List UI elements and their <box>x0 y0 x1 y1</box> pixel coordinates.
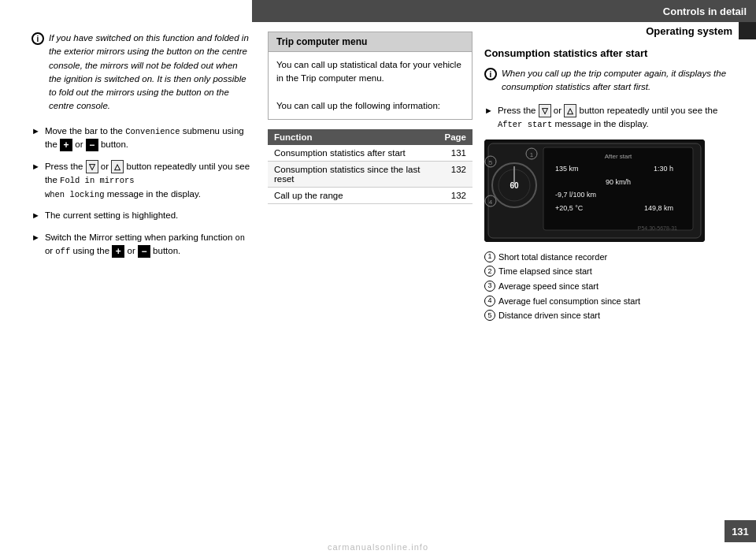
table-col-page: Page <box>439 129 473 145</box>
svg-text:60: 60 <box>510 181 519 190</box>
bullet-text-2: Press the ▽ or △ button repeatedly until… <box>45 160 252 202</box>
list-item: 1Short total distance recorder <box>484 250 736 265</box>
table-cell-page: 131 <box>439 145 473 162</box>
table-cell-function: Consumption statistics after start <box>268 145 439 162</box>
info-box-text: If you have switched on this function an… <box>49 32 252 113</box>
right-info-box: i When you call up the trip computer aga… <box>484 67 736 95</box>
trip-menu-header: Trip computer menu <box>269 32 472 52</box>
watermark: carmanualsonline.info <box>328 542 428 552</box>
up-button-icon: △ <box>111 160 124 173</box>
trip-desc-2: You can call up the following informatio… <box>276 99 464 113</box>
right-info-text: When you call up the trip computer again… <box>502 67 736 95</box>
minus-button-icon: − <box>86 139 98 151</box>
info-box-mirrors: i If you have switched on this function … <box>32 32 252 113</box>
num-circle: 2 <box>484 266 495 277</box>
table-cell-page: 132 <box>439 188 473 204</box>
list-item-text: Average speed since start <box>498 279 598 294</box>
dashboard-display-image: 60 1 2 3 4 5 After start 135 km <box>484 140 705 242</box>
list-item: 4Average fuel consumption since start <box>484 294 736 309</box>
trip-desc-1: You can call up statistical data for you… <box>276 58 464 86</box>
svg-text:149,8 km: 149,8 km <box>644 204 673 212</box>
bullet-move-bar: ► Move the bar to the Convenience sub­me… <box>32 125 252 152</box>
list-item-text: Average fuel consumption since start <box>498 294 640 309</box>
plus-button-icon: + <box>60 139 72 151</box>
num-circle: 5 <box>484 310 495 321</box>
svg-text:5: 5 <box>489 159 493 166</box>
bullet-current-setting: ► The current setting is highlighted. <box>32 209 252 222</box>
btn-icon-left: ▽ <box>539 104 551 117</box>
minus-button-icon-2: − <box>138 245 150 258</box>
list-item-text: Time elapsed since start <box>498 264 592 279</box>
svg-text:1:30 h: 1:30 h <box>654 165 673 173</box>
left-column: i If you have switched on this function … <box>32 32 252 266</box>
list-item-text: Distance driven since start <box>498 308 600 323</box>
bullet-press-afstart: ► Press the ▽ or △ button repeatedly unt… <box>484 104 736 132</box>
right-info-icon: i <box>484 68 497 80</box>
right-column: Consumption statistics after start i Whe… <box>484 47 736 323</box>
list-item-text: Short total distance recorder <box>498 250 607 265</box>
table-cell-function: Call up the range <box>268 188 439 204</box>
section-label-bar <box>739 22 756 39</box>
bullet-text-1: Move the bar to the Convenience sub­menu… <box>45 125 252 152</box>
num-circle: 3 <box>484 281 495 292</box>
header-title: Controls in detail <box>663 6 747 17</box>
section-label: Operating system <box>646 22 756 39</box>
svg-text:+20,5 °C: +20,5 °C <box>555 204 584 212</box>
btn-icon-right: △ <box>564 104 576 117</box>
svg-text:135 km: 135 km <box>555 165 579 173</box>
table-col-function: Function <box>268 129 439 145</box>
info-icon: i <box>32 32 44 45</box>
num-circle: 1 <box>484 251 495 262</box>
dashboard-svg: 60 1 2 3 4 5 After start 135 km <box>484 140 705 242</box>
bullet-arrow-3: ► <box>32 210 40 220</box>
bullet-arrow-4: ► <box>32 232 40 242</box>
table-cell-page: 132 <box>439 162 473 188</box>
header-bar: Controls in detail <box>252 0 756 22</box>
list-item: 2Time elapsed since start <box>484 264 736 279</box>
bullet-text-press: Press the ▽ or △ button repeatedly until… <box>498 104 736 132</box>
bullet-text-3: The current setting is highlighted. <box>45 209 178 222</box>
table-row: Consumption statistics since the last re… <box>268 162 472 188</box>
table-row: Consumption statistics after start131 <box>268 145 472 162</box>
svg-text:90 km/h: 90 km/h <box>606 178 631 186</box>
numbered-list: 1Short total distance recorder2Time elap… <box>484 250 736 323</box>
table-row: Call up the range132 <box>268 188 472 204</box>
bullet-press-fold: ► Press the ▽ or △ button repeatedly unt… <box>32 160 252 202</box>
num-circle: 4 <box>484 296 495 307</box>
page-number: 131 <box>724 520 756 542</box>
table-cell-function: Consumption statistics since the last re… <box>268 162 439 188</box>
list-item: 3Average speed since start <box>484 279 736 294</box>
svg-text:P54.30-5678-31: P54.30-5678-31 <box>638 225 677 231</box>
bullet-text-4: Switch the Mirror setting when parking f… <box>45 231 252 259</box>
bullet-arrow-1: ► <box>32 126 40 136</box>
down-button-icon: ▽ <box>86 160 98 173</box>
right-heading: Consumption statistics after start <box>484 47 736 59</box>
section-label-text: Operating system <box>646 25 739 37</box>
svg-text:After start: After start <box>605 153 632 160</box>
svg-text:4: 4 <box>489 199 493 206</box>
trip-menu-box: Trip computer menu You can call up stati… <box>268 32 472 120</box>
plus-button-icon-2: + <box>112 245 124 258</box>
svg-text:-9,7 l/100 km: -9,7 l/100 km <box>555 191 596 199</box>
svg-text:1: 1 <box>530 151 534 158</box>
list-item: 5Distance driven since start <box>484 308 736 323</box>
trip-table: Function Page Consumption statistics aft… <box>268 129 472 204</box>
trip-computer-section: Trip computer menu You can call up stati… <box>268 32 472 204</box>
bullet-arrow-2: ► <box>32 162 40 171</box>
trip-menu-body: You can call up statistical data for you… <box>269 52 472 119</box>
bullet-switch-mirror: ► Switch the Mirror setting when parking… <box>32 231 252 259</box>
bullet-arrow-right: ► <box>484 106 493 115</box>
